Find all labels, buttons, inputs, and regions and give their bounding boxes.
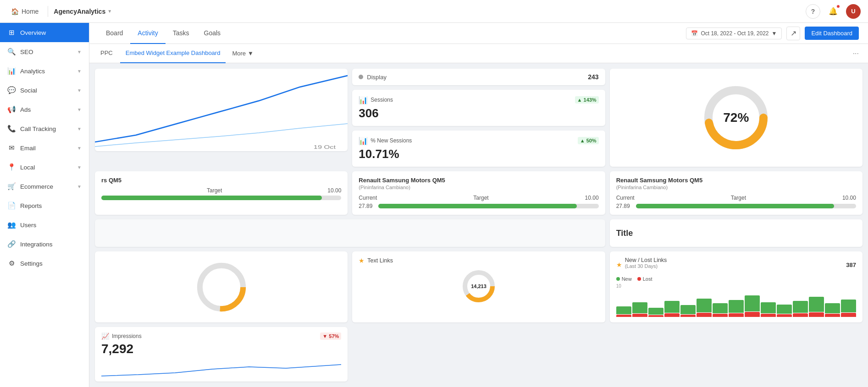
seo-icon: 🔍 bbox=[7, 48, 16, 56]
partial-circle-svg bbox=[194, 260, 249, 315]
bar-group bbox=[745, 289, 760, 317]
progress2-current-val: 27.89 bbox=[616, 203, 632, 209]
dash-tab-ppc[interactable]: PPC bbox=[95, 44, 118, 63]
sidebar-item-analytics[interactable]: 📊 Analytics ▼ bbox=[0, 61, 89, 81]
bar-group bbox=[729, 289, 744, 317]
tab-board[interactable]: Board bbox=[99, 23, 130, 44]
progress2-subtitle: (Pininfarina Cambiano) bbox=[616, 185, 856, 190]
overview-icon: ⊞ bbox=[7, 28, 16, 37]
new-bar bbox=[777, 305, 792, 314]
impressions-icon: 📈 bbox=[101, 332, 109, 340]
new-legend-label: New bbox=[622, 276, 632, 282]
date-range-picker[interactable]: 📅 Oct 18, 2022 - Oct 19, 2022 ▼ bbox=[686, 27, 782, 39]
sidebar-item-social[interactable]: 💬 Social ▼ bbox=[0, 81, 89, 100]
progress-card-1: Renault Samsung Motors QM5 (Pininfarina … bbox=[352, 171, 605, 215]
calendar-icon: 📅 bbox=[691, 30, 698, 37]
notifications-button[interactable]: 🔔 bbox=[826, 4, 840, 19]
chevron-down-icon: ▼ bbox=[77, 69, 82, 74]
progress1-title: Renault Samsung Motors QM5 bbox=[359, 177, 598, 184]
new-lost-links-card: ★ New / Lost Links (Last 30 Days) 387 Ne… bbox=[610, 251, 862, 322]
analytics-icon: 📊 bbox=[7, 67, 16, 75]
sidebar-item-settings[interactable]: ⚙ Settings bbox=[0, 254, 89, 273]
tab-tasks[interactable]: Tasks bbox=[166, 23, 197, 44]
help-button[interactable]: ? bbox=[806, 4, 820, 19]
sidebar-item-local[interactable]: 📍 Local ▼ bbox=[0, 158, 89, 177]
lost-bar bbox=[713, 314, 728, 317]
sidebar: ⊞ Overview 🔍 SEO ▼ 📊 Analytics ▼ 💬 Socia… bbox=[0, 23, 89, 387]
more-caret: ▼ bbox=[248, 50, 254, 57]
sidebar-item-overview[interactable]: ⊞ Overview bbox=[0, 23, 89, 42]
home-nav[interactable]: 🏠 Home bbox=[7, 8, 42, 15]
chevron-down-icon: ▼ bbox=[77, 146, 82, 151]
new-sessions-title: % New Sessions bbox=[370, 137, 575, 144]
progress2-target-label: Target bbox=[731, 195, 746, 201]
sidebar-item-call-tracking[interactable]: 📞 Call Tracking ▼ bbox=[0, 119, 89, 138]
sidebar-item-ecommerce[interactable]: 🛒 Ecommerce ▼ bbox=[0, 177, 89, 196]
sidebar-item-label: Ads bbox=[20, 106, 72, 113]
lost-bar bbox=[632, 314, 647, 317]
progress2-fill bbox=[636, 204, 834, 208]
new-bar bbox=[713, 303, 728, 313]
topbar: 🏠 Home AgencyAnalytics ▼ ? 🔔 U bbox=[0, 0, 868, 23]
sidebar-item-reports[interactable]: 📄 Reports bbox=[0, 196, 89, 215]
integrations-icon: 🔗 bbox=[7, 240, 16, 248]
sessions-chart-icon: 📊 bbox=[359, 95, 368, 104]
progress-target-label: Target bbox=[207, 187, 222, 194]
agency-selector[interactable]: AgencyAnalytics ▼ bbox=[54, 8, 112, 15]
progress2-target-val: 10.00 bbox=[842, 195, 856, 201]
sidebar-item-email[interactable]: ✉ Email ▼ bbox=[0, 138, 89, 158]
new-bar bbox=[825, 303, 840, 313]
svg-text:19 Oct: 19 Oct bbox=[314, 144, 336, 150]
chevron-down-icon: ▼ bbox=[77, 88, 82, 93]
chevron-down-icon: ▼ bbox=[77, 107, 82, 112]
line-chart-svg: 19 Oct bbox=[95, 69, 348, 151]
new-bar bbox=[761, 302, 776, 313]
new-bar bbox=[841, 300, 856, 312]
progress-card-2: Renault Samsung Motors QM5 (Pininfarina … bbox=[610, 171, 862, 215]
sidebar-item-seo[interactable]: 🔍 SEO ▼ bbox=[0, 42, 89, 61]
sessions-value: 306 bbox=[359, 106, 598, 120]
progress-target-val: 10.00 bbox=[327, 187, 341, 194]
new-sessions-card: 📊 % New Sessions ▲ 50% 10.71% bbox=[352, 131, 605, 167]
bar-group bbox=[697, 289, 712, 317]
progress2-current-label: Current bbox=[616, 195, 635, 201]
edit-dashboard-button[interactable]: Edit Dashboard bbox=[805, 27, 859, 40]
ellipsis-menu-button[interactable]: ··· bbox=[849, 49, 862, 58]
lost-bar bbox=[825, 314, 840, 317]
sidebar-item-label: Local bbox=[20, 164, 72, 171]
partial-circle-card bbox=[95, 251, 348, 322]
text-links-card: ★ Text Links 14,213 bbox=[352, 251, 605, 322]
sidebar-item-integrations[interactable]: 🔗 Integrations bbox=[0, 234, 89, 254]
star-icon-lost: ★ bbox=[616, 261, 622, 268]
sidebar-item-label: Overview bbox=[20, 29, 82, 36]
sidebar-item-ads[interactable]: 📢 Ads ▼ bbox=[0, 100, 89, 119]
sidebar-item-users[interactable]: 👥 Users bbox=[0, 215, 89, 234]
donut-chart: 72% bbox=[699, 81, 773, 154]
more-tabs-button[interactable]: More ▼ bbox=[227, 50, 258, 57]
lost-bar bbox=[809, 312, 824, 317]
new-bar bbox=[648, 308, 663, 315]
sidebar-item-label: SEO bbox=[20, 49, 72, 55]
tab-activity[interactable]: Activity bbox=[130, 23, 165, 44]
dropdown-caret: ▼ bbox=[771, 30, 777, 37]
users-icon: 👥 bbox=[7, 221, 16, 229]
new-bar bbox=[809, 297, 824, 312]
impressions-card: 📈 Impressions ▼ 57% 7,292 bbox=[95, 327, 348, 382]
user-avatar[interactable]: U bbox=[846, 4, 861, 19]
bar-group bbox=[761, 289, 776, 317]
impressions-badge: ▼ 57% bbox=[320, 332, 341, 340]
dash-tab-embed[interactable]: Embed Widget Example Dashboard bbox=[120, 44, 226, 63]
social-icon: 💬 bbox=[7, 86, 16, 94]
tab-goals[interactable]: Goals bbox=[197, 23, 228, 44]
chevron-down-icon: ▼ bbox=[77, 49, 82, 55]
nav-tabs: Board Activity Tasks Goals 📅 Oct 18, 202… bbox=[89, 23, 868, 44]
topbar-icons: ? 🔔 U bbox=[806, 4, 861, 19]
ads-icon: 📢 bbox=[7, 105, 16, 114]
empty-wide-card bbox=[95, 219, 605, 247]
share-button[interactable]: ↗ bbox=[786, 27, 800, 40]
lost-bar bbox=[777, 314, 792, 317]
bar-group bbox=[632, 289, 647, 317]
call-tracking-icon: 📞 bbox=[7, 125, 16, 133]
sidebar-item-label: Reports bbox=[20, 202, 82, 209]
bell-icon: 🔔 bbox=[829, 7, 838, 16]
